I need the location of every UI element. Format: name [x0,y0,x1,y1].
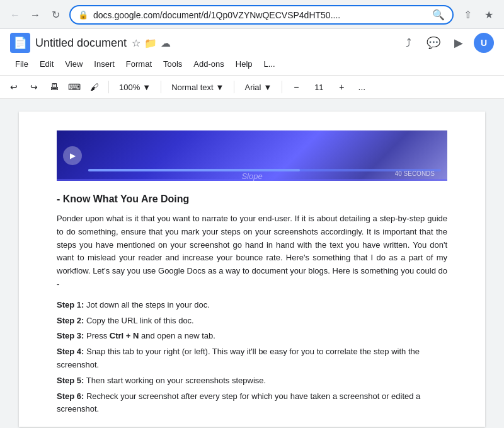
paint-format-button[interactable]: 🖌 [86,78,103,96]
docs-logo-icon: 📄 [13,36,27,50]
spelling-button[interactable]: ⌨ [66,78,83,96]
doc-paragraph-2: This workflow would also help you keep a… [57,425,447,428]
menu-edit[interactable]: Edit [35,57,59,71]
menu-tools[interactable]: Tools [158,57,187,71]
more-options-button[interactable]: ... [353,78,370,96]
font-size-increase[interactable]: + [333,78,350,96]
bookmark-button[interactable]: ★ [480,6,498,24]
step-4: Step 4: Snap this tab to your right (or … [57,345,447,372]
url-text: docs.google.com/document/d/1Qp0VZYNwQECV… [93,10,427,20]
trending-up-icon[interactable]: ⤴ [398,33,418,53]
step-3: Step 3: Press Ctrl + N and open a new ta… [57,330,447,343]
style-value: Normal text [171,83,213,92]
font-dropdown[interactable]: Arial ▼ [239,81,277,93]
separator-4 [282,81,282,93]
zoom-dropdown[interactable]: 100% ▼ [114,81,156,93]
step-6: Step 6: Recheck your screenshot after ev… [57,390,447,417]
browser-actions: ⇧ ★ [459,6,498,24]
search-icon[interactable]: 🔍 [432,9,445,21]
move-to-icon[interactable]: 📁 [144,37,157,49]
menu-bar: File Edit View Insert Format Tools Add-o… [10,55,494,75]
forward-button[interactable]: → [26,6,44,24]
style-chevron-icon: ▼ [216,83,224,92]
doc-image: ▶ 40 SECONDS Slope [57,130,447,181]
steps-list: Step 1: Jot down all the steps in your d… [57,299,447,416]
step-1: Step 1: Jot down all the steps in your d… [57,299,447,312]
separator-3 [234,81,234,93]
comment-icon[interactable]: 💬 [423,33,444,53]
font-value: Arial [244,83,261,92]
zoom-chevron-icon: ▼ [142,83,151,92]
star-icon[interactable]: ☆ [132,37,140,49]
docs-title-icons: ☆ 📁 ☁ [132,37,171,49]
doc-title[interactable]: Untitled document [35,37,127,50]
nav-buttons: ← → ↻ [6,6,64,24]
cloud-save-icon[interactable]: ☁ [161,37,171,49]
refresh-button[interactable]: ↻ [47,6,64,24]
menu-overflow[interactable]: L... [259,57,280,71]
font-size-decrease[interactable]: − [287,78,305,96]
separator-2 [161,81,161,93]
style-dropdown[interactable]: Normal text ▼ [166,81,229,93]
step-5: Step 5: Then start working on your scree… [57,374,447,388]
present-icon[interactable]: ▶ [449,33,469,53]
lock-icon: 🔒 [78,10,88,20]
zoom-value: 100% [119,83,140,92]
docs-title-row: 📄 Untitled document ☆ 📁 ☁ ⤴ 💬 ▶ U [10,33,494,55]
format-toolbar: ↩ ↪ 🖶 ⌨ 🖌 100% ▼ Normal text ▼ Arial ▼ −… [0,76,504,99]
print-button[interactable]: 🖶 [45,78,63,96]
step-2: Step 2: Copy the URL link of this doc. [57,315,447,328]
doc-page: ▶ 40 SECONDS Slope - Know What You Are D… [19,112,485,427]
share-page-button[interactable]: ⇧ [459,6,476,24]
browser-chrome: ← → ↻ 🔒 docs.google.com/document/d/1Qp0V… [0,0,504,29]
redo-button[interactable]: ↪ [25,78,43,96]
undo-button[interactable]: ↩ [5,78,23,96]
menu-file[interactable]: File [10,57,33,71]
separator-1 [108,81,109,93]
docs-header-actions: ⤴ 💬 ▶ U [398,33,494,53]
back-button[interactable]: ← [6,6,24,24]
address-bar[interactable]: 🔒 docs.google.com/document/d/1Qp0VZYNwQE… [69,5,454,25]
doc-paragraph-1: Ponder upon what is it that you want to … [57,212,447,291]
doc-content-area: ▶ 40 SECONDS Slope - Know What You Are D… [0,99,504,428]
docs-header: 📄 Untitled document ☆ 📁 ☁ ⤴ 💬 ▶ U File E… [0,29,504,76]
menu-addons[interactable]: Add-ons [188,57,229,71]
doc-heading: - Know What You Are Doing [57,194,447,205]
docs-icon: 📄 [10,33,30,53]
user-avatar[interactable]: U [474,33,494,53]
menu-view[interactable]: View [60,57,88,71]
font-chevron-icon: ▼ [263,83,272,92]
menu-insert[interactable]: Insert [89,57,120,71]
font-size-value: 11 [307,83,330,92]
menu-help[interactable]: Help [231,57,258,71]
menu-format[interactable]: Format [121,57,157,71]
